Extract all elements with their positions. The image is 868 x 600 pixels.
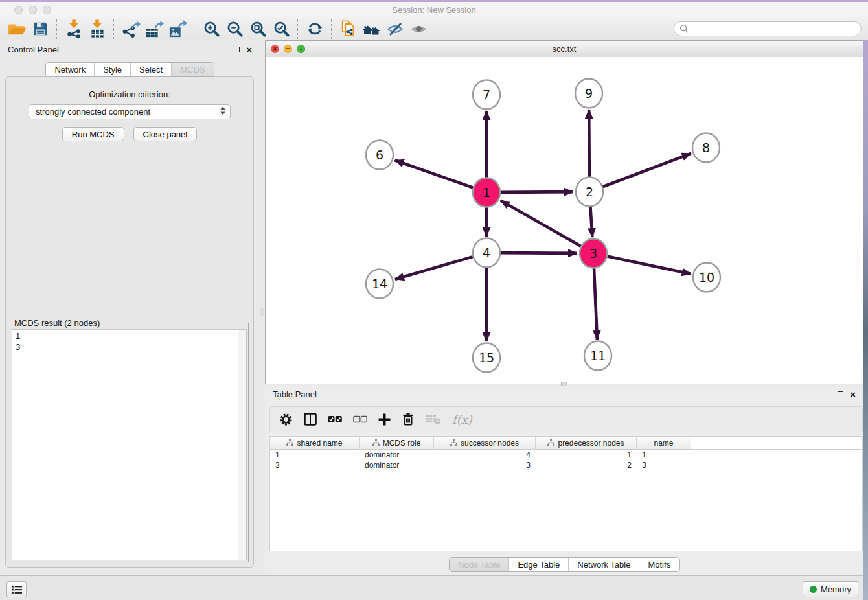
export-table-icon[interactable]	[143, 19, 166, 40]
select-stepper-icon	[220, 106, 226, 117]
run-mcds-button[interactable]: Run MCDS	[62, 127, 124, 141]
table-row[interactable]: 1dominator411	[270, 450, 862, 460]
graph-edge[interactable]	[501, 253, 577, 253]
table-cell[interactable]: 2	[536, 460, 637, 470]
export-network-icon[interactable]	[119, 19, 143, 40]
graph-node[interactable]: 8	[692, 133, 720, 163]
network-window-titlebar[interactable]: scc.txt	[266, 41, 863, 58]
table-cell[interactable]: 1	[270, 450, 360, 460]
network-canvas[interactable]: 7968124314101511	[266, 57, 863, 384]
graph-edge[interactable]	[608, 257, 691, 274]
table-cell[interactable]: dominator	[360, 450, 434, 460]
column-header[interactable]: MCDS role	[360, 437, 434, 449]
graph-edge[interactable]	[395, 257, 473, 279]
add-row-icon[interactable]	[378, 413, 391, 426]
tree-icon	[547, 439, 554, 446]
graph-node[interactable]: 6	[366, 141, 393, 170]
maximize-window-button[interactable]	[43, 6, 51, 14]
graph-node-label: 11	[590, 349, 606, 363]
split-panel-icon[interactable]	[304, 413, 317, 426]
table-cell[interactable]: dominator	[360, 460, 434, 470]
settings-gear-icon[interactable]	[279, 413, 293, 426]
graph-edge[interactable]	[594, 268, 597, 340]
graph-edge[interactable]	[590, 206, 592, 237]
tab-select[interactable]: Select	[130, 63, 171, 76]
graph-edge[interactable]	[501, 200, 581, 246]
graph-edge[interactable]	[603, 154, 691, 187]
graph-node[interactable]: 9	[575, 79, 602, 108]
search-input[interactable]	[692, 23, 861, 36]
graph-node[interactable]: 7	[473, 80, 500, 110]
criterion-select[interactable]: strongly connected component	[29, 104, 231, 119]
import-network-icon[interactable]	[62, 19, 86, 40]
graph-node[interactable]: 10	[693, 263, 720, 292]
graph-node[interactable]: 14	[366, 270, 393, 299]
minimize-window-button[interactable]	[29, 6, 37, 14]
zoom-out-icon[interactable]	[223, 19, 246, 40]
home-icon[interactable]	[360, 19, 383, 40]
graph-edge[interactable]	[395, 160, 474, 187]
import-table-icon[interactable]	[86, 19, 109, 40]
zoom-in-icon[interactable]	[200, 19, 223, 40]
graph-node[interactable]: 2	[576, 178, 603, 207]
table-cell[interactable]: 3	[637, 460, 691, 470]
zoom-fit-icon[interactable]	[246, 19, 269, 40]
open-folder-icon[interactable]	[5, 19, 29, 40]
graph-node[interactable]: 15	[473, 343, 500, 373]
table-cell[interactable]: 1	[637, 450, 691, 460]
graph-edge[interactable]	[501, 192, 573, 192]
show-graphics-details-icon[interactable]	[407, 19, 430, 40]
task-history-button[interactable]	[6, 581, 27, 597]
tab-motifs[interactable]: Motifs	[639, 558, 679, 571]
column-header[interactable]: shared name	[270, 437, 360, 449]
table-cell[interactable]: 1	[536, 450, 637, 460]
table-cell[interactable]: 3	[270, 460, 360, 470]
tab-network-table[interactable]: Network Table	[568, 558, 639, 571]
vertical-splitter[interactable]	[260, 40, 265, 575]
graph-node[interactable]: 11	[584, 341, 611, 371]
mcds-result-group: MCDS result (2 nodes) 1 3	[10, 318, 249, 562]
graph-node[interactable]: 4	[473, 238, 500, 268]
close-panel-icon[interactable]	[246, 45, 252, 54]
export-image-icon[interactable]	[166, 19, 189, 40]
column-header[interactable]: name	[637, 437, 691, 449]
close-panel-button[interactable]: Close panel	[133, 127, 198, 141]
column-header[interactable]: predecessor nodes	[536, 437, 637, 449]
close-table-panel-icon[interactable]	[850, 389, 856, 399]
table-panel-title: Table Panel	[273, 389, 317, 399]
table-row[interactable]: 3dominator323	[270, 460, 862, 470]
graph-node-label: 10	[699, 270, 714, 284]
delete-row-icon[interactable]	[402, 413, 415, 426]
select-all-checkboxes-icon[interactable]	[328, 415, 342, 423]
tab-style[interactable]: Style	[94, 63, 130, 76]
graph-node-label: 3	[589, 246, 597, 260]
hide-graphics-details-icon[interactable]	[383, 19, 407, 40]
graph-node[interactable]: 1	[473, 178, 500, 207]
search-icon	[680, 24, 689, 34]
tab-edge-table[interactable]: Edge Table	[508, 558, 568, 571]
open-network-file-icon[interactable]	[337, 19, 360, 40]
list-icon	[11, 584, 23, 595]
memory-button[interactable]: Memory	[803, 581, 858, 597]
memory-label: Memory	[821, 584, 851, 594]
close-window-button[interactable]	[14, 6, 23, 14]
table-cell[interactable]: 4	[434, 450, 536, 460]
unselect-all-checkboxes-icon[interactable]	[353, 415, 367, 423]
optimization-criterion-label: Optimization criterion:	[6, 77, 253, 99]
save-session-icon[interactable]	[29, 19, 52, 40]
tab-node-table[interactable]: Node Table	[450, 558, 509, 571]
float-table-panel-icon[interactable]	[838, 391, 843, 397]
table-cell[interactable]: 3	[434, 460, 536, 470]
tab-network[interactable]: Network	[46, 63, 94, 76]
graph-node-label: 14	[372, 277, 387, 291]
graph-node[interactable]: 3	[580, 239, 607, 268]
result-scrollbar[interactable]	[238, 330, 246, 560]
splitter-grip[interactable]	[260, 308, 264, 316]
column-header[interactable]: successor nodes	[434, 437, 536, 449]
zoom-selected-icon[interactable]	[269, 19, 293, 40]
refresh-icon[interactable]	[303, 19, 326, 40]
graph-edge[interactable]	[589, 110, 589, 178]
tab-mcds[interactable]: MCDS	[171, 63, 213, 76]
float-panel-icon[interactable]	[234, 47, 240, 52]
node-table: shared nameMCDS rolesuccessor nodesprede…	[269, 436, 863, 551]
